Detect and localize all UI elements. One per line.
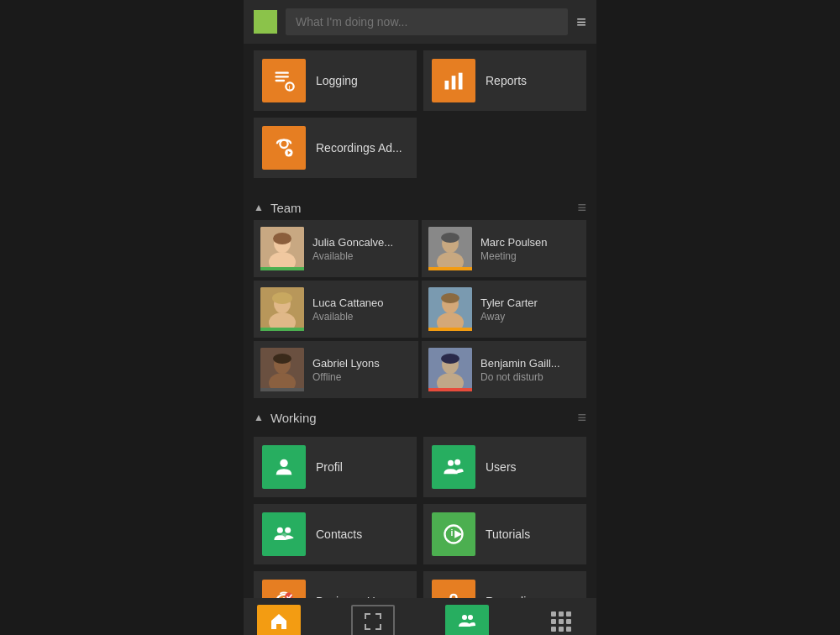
svg-point-37: [277, 527, 283, 533]
benjamin-avatar-wrap: [428, 348, 472, 391]
logging-label: Logging: [316, 74, 358, 87]
svg-point-34: [280, 459, 287, 467]
svg-rect-5: [445, 81, 449, 90]
phone-container: ≡ ! Logging: [244, 0, 596, 635]
grid-icon: [551, 611, 571, 632]
benjamin-status-bar: [428, 388, 472, 391]
working-options-icon[interactable]: ≡: [577, 410, 586, 425]
tyler-avatar-wrap: [428, 287, 472, 331]
benjamin-avatar: [428, 348, 472, 391]
luca-avatar-wrap: [260, 287, 304, 331]
svg-rect-0: [276, 72, 289, 74]
header: ≡: [244, 0, 596, 44]
tyler-status-bar: [428, 328, 472, 331]
svg-rect-6: [452, 76, 456, 89]
team-member-gabriel[interactable]: Gabriel Lyons Offline: [254, 341, 418, 398]
team-options-icon[interactable]: ≡: [577, 200, 586, 215]
working-header-left: ▲ Working: [254, 411, 317, 425]
team-label: Team: [270, 201, 302, 215]
team-member-julia[interactable]: Julia Goncalve... Available: [254, 220, 418, 277]
benjamin-info: Benjamin Gaill... Do not disturb: [480, 357, 580, 383]
grid-nav-button[interactable]: [539, 605, 583, 635]
top-tiles-section: ! Logging Reports: [244, 44, 596, 192]
julia-status-bar: [260, 267, 304, 270]
svg-point-35: [448, 460, 454, 466]
working-row-1: Profil Users: [254, 437, 586, 497]
tyler-avatar: [428, 287, 472, 331]
svg-point-20: [272, 292, 292, 304]
recordings-admin-tile[interactable]: Recordings Ad...: [254, 118, 417, 178]
julia-name: Julia Goncalve...: [312, 236, 412, 249]
svg-point-47: [462, 615, 467, 620]
team-member-luca[interactable]: Luca Cattaneo Available: [254, 281, 418, 338]
logging-icon: !: [262, 59, 306, 102]
expand-nav-button[interactable]: [351, 605, 395, 635]
top-tiles-row: ! Logging Reports: [254, 50, 586, 111]
team-member-marc[interactable]: Marc Poulsen Meeting: [422, 220, 586, 277]
gabriel-status: Offline: [312, 371, 412, 383]
contacts-tile[interactable]: Contacts: [254, 504, 417, 564]
reports-label: Reports: [486, 74, 527, 87]
tyler-name: Tyler Carter: [480, 297, 580, 309]
second-tiles-row: Recordings Ad...: [254, 118, 586, 178]
svg-point-39: [281, 533, 287, 539]
julia-avatar-wrap: [260, 227, 304, 270]
julia-info: Julia Goncalve... Available: [312, 236, 412, 262]
users-icon: [432, 445, 475, 489]
svg-rect-2: [276, 80, 286, 81]
empty-tile: [423, 118, 586, 178]
svg-point-24: [441, 293, 459, 303]
svg-point-28: [273, 354, 291, 364]
profil-tile[interactable]: Profil: [254, 437, 417, 497]
svg-rect-7: [459, 73, 463, 90]
gabriel-info: Gabriel Lyons Offline: [312, 357, 412, 383]
svg-point-48: [468, 615, 473, 620]
working-row-2: Contacts i Tutorials: [254, 504, 586, 564]
team-member-benjamin[interactable]: Benjamin Gaill... Do not disturb: [422, 341, 586, 398]
benjamin-name: Benjamin Gaill...: [480, 357, 580, 370]
svg-point-32: [441, 354, 459, 364]
working-section-header: ▲ Working ≡: [244, 401, 596, 430]
home-nav-button[interactable]: [257, 605, 301, 635]
team-grid: Julia Goncalve... Available Marc Poulse: [244, 220, 596, 398]
hamburger-icon[interactable]: ≡: [576, 13, 586, 32]
team-chevron-icon[interactable]: ▲: [254, 202, 264, 213]
users-label: Users: [486, 460, 517, 474]
svg-rect-1: [276, 76, 289, 77]
tyler-status: Away: [480, 311, 580, 323]
search-input[interactable]: [286, 8, 568, 35]
marc-name: Marc Poulsen: [480, 236, 580, 249]
svg-point-38: [285, 527, 291, 533]
tutorials-tile[interactable]: i Tutorials: [423, 504, 586, 564]
recordings-admin-label: Recordings Ad...: [316, 141, 402, 155]
marc-avatar: [428, 227, 472, 270]
marc-info: Marc Poulsen Meeting: [480, 236, 580, 262]
marc-avatar-wrap: [428, 227, 472, 270]
luca-info: Luca Cattaneo Available: [312, 297, 412, 323]
svg-point-36: [454, 459, 460, 465]
users-tile[interactable]: Users: [423, 437, 586, 497]
working-chevron-icon[interactable]: ▲: [254, 412, 264, 423]
team-nav-button[interactable]: [445, 605, 489, 635]
luca-status-bar: [260, 328, 304, 331]
tutorials-label: Tutorials: [486, 527, 530, 541]
bottom-nav: [244, 598, 596, 635]
profil-icon: [262, 445, 306, 489]
julia-status: Available: [312, 250, 412, 262]
tutorials-icon: i: [432, 512, 475, 556]
logging-tile[interactable]: ! Logging: [254, 50, 417, 111]
team-member-tyler[interactable]: Tyler Carter Away: [422, 281, 586, 338]
luca-name: Luca Cattaneo: [312, 297, 412, 309]
team-header-left: ▲ Team: [254, 201, 302, 215]
working-label: Working: [270, 411, 317, 425]
julia-avatar: [260, 227, 304, 270]
benjamin-status: Do not disturb: [480, 371, 580, 383]
svg-text:!: !: [288, 85, 290, 92]
svg-point-16: [441, 233, 459, 243]
reports-tile[interactable]: Reports: [423, 50, 586, 111]
luca-status: Available: [312, 311, 412, 323]
marc-status-bar: [428, 267, 472, 270]
gabriel-avatar: [260, 348, 304, 391]
contacts-icon: [262, 512, 306, 556]
gabriel-avatar-wrap: [260, 348, 304, 391]
